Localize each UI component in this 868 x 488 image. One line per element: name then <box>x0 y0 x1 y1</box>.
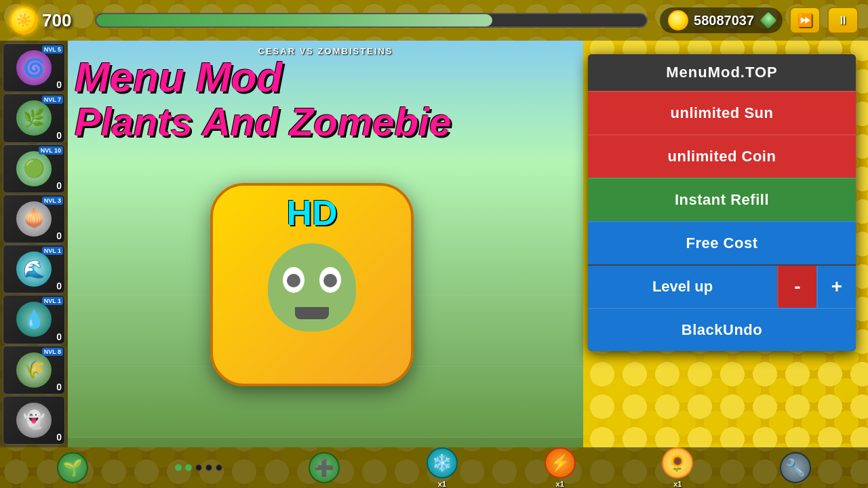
plant-level-5: NVL 1 <box>42 247 63 255</box>
plant-slot-3[interactable]: NVL 10 🟢 0 <box>3 144 65 193</box>
lightning-x1: x1 <box>556 480 564 488</box>
boost-icon[interactable]: ➕ <box>309 452 340 483</box>
plant-slot-2[interactable]: NVL 7 🌿 0 <box>3 94 65 142</box>
plant-level-6: NVL 1 <box>42 297 63 305</box>
plant-sidebar: NVL 5 🌀 0 NVL 7 🌿 0 NVL 10 🟢 0 NVL 3 🧅 0… <box>0 41 68 447</box>
coin-magnet-icon[interactable]: 🌻 <box>662 447 693 479</box>
freeze-x1: x1 <box>438 480 446 488</box>
main-title: Menu Mod Plants And Zomebie <box>75 54 451 144</box>
plant-count-2: 0 <box>56 130 62 141</box>
unlimited-coin-button[interactable]: unlimited Coin <box>588 134 856 178</box>
unlimited-sun-button[interactable]: unlimited Sun <box>588 91 856 134</box>
plant-count-3: 0 <box>56 180 62 191</box>
lightning-icon[interactable]: ⚡ <box>545 447 576 479</box>
plant-count-6: 0 <box>56 331 62 342</box>
plant-count-1: 0 <box>56 79 62 90</box>
seed-dots <box>175 464 222 471</box>
sun-count: 700 <box>42 10 83 31</box>
top-hud: ☀️ 700 58087037 ⏩ ⏸ <box>0 0 868 41</box>
plant-icon-7: 🌾 <box>16 352 52 388</box>
plant-icon-6: 💧 <box>16 302 52 337</box>
progress-bar <box>95 13 648 28</box>
pause-button[interactable]: ⏸ <box>827 7 859 34</box>
plant-icon-4: 🧅 <box>16 201 52 237</box>
plant-count-5: 0 <box>56 281 62 291</box>
zombie-eye-left <box>283 267 304 293</box>
plant-level-1: NVL 5 <box>42 45 63 54</box>
plant-level-2: NVL 7 <box>42 96 63 104</box>
seed-bank-icon[interactable]: 🌱 <box>57 452 88 483</box>
plant-slot-8[interactable]: 👻 0 <box>3 396 65 445</box>
plant-icon-5: 🌊 <box>16 251 52 287</box>
freeze-badge: ❄️ x1 <box>427 447 458 488</box>
plant-slot-4[interactable]: NVL 3 🧅 0 <box>3 195 65 243</box>
plant-slot-7[interactable]: NVL 8 🌾 0 <box>3 346 65 394</box>
black-undo-button[interactable]: BlackUndo <box>588 308 856 351</box>
coin-magnet-badge: 🌻 x1 <box>662 447 693 488</box>
coin-area: 58087037 <box>660 7 783 33</box>
zombie-face <box>268 243 356 331</box>
level-up-label: Level up <box>588 266 777 308</box>
coin-icon <box>668 10 688 30</box>
gem-icon <box>760 12 776 28</box>
mod-menu: MenuMod.TOP unlimited Sun unlimited Coin… <box>588 54 856 351</box>
sun-area: ☀️ 700 <box>9 6 83 35</box>
dot-2 <box>185 464 192 471</box>
progress-fill <box>96 14 492 26</box>
plant-slot-5[interactable]: NVL 1 🌊 0 <box>3 245 65 293</box>
zombie-eye-right <box>319 267 341 293</box>
fast-forward-button[interactable]: ⏩ <box>789 7 821 34</box>
zombie-mouth <box>295 307 329 319</box>
hd-badge: HD <box>286 192 337 233</box>
free-cost-button[interactable]: Free Cost <box>588 221 856 264</box>
bottom-bar: 🌱 ➕ ❄️ x1 ⚡ x1 🌻 x1 🔧 <box>0 447 868 488</box>
level-minus-button[interactable]: - <box>777 266 816 308</box>
plant-count-4: 0 <box>56 230 62 241</box>
dot-5 <box>216 464 222 471</box>
level-plus-button[interactable]: + <box>816 266 856 308</box>
dot-4 <box>205 464 212 471</box>
level-row: Level up - + <box>588 264 856 308</box>
title-line1: Menu Mod <box>75 54 451 100</box>
lightning-badge: ⚡ x1 <box>545 447 576 488</box>
hd-game-icon: HD <box>210 183 414 386</box>
plant-icon-2: 🌿 <box>16 100 52 136</box>
dot-3 <box>195 464 202 471</box>
plant-icon-3: 🟢 <box>16 151 52 186</box>
mod-menu-header: MenuMod.TOP <box>588 54 856 91</box>
plant-level-4: NVL 3 <box>42 197 63 205</box>
plant-slot-1[interactable]: NVL 5 🌀 0 <box>3 43 65 92</box>
coin-count: 58087037 <box>694 13 754 28</box>
title-line2: Plants And Zomebie <box>75 100 451 144</box>
plant-icon-1: 🌀 <box>16 50 52 85</box>
plant-slot-6[interactable]: NVL 1 💧 0 <box>3 295 65 344</box>
plant-level-7: NVL 8 <box>42 348 63 356</box>
magnet-x1: x1 <box>673 480 682 488</box>
plant-count-7: 0 <box>56 382 62 392</box>
plant-count-8: 0 <box>56 432 62 443</box>
dot-1 <box>175 464 182 471</box>
freeze-icon[interactable]: ❄️ <box>427 447 458 479</box>
instant-refill-button[interactable]: Instant Refill <box>588 178 856 221</box>
sun-icon: ☀️ <box>9 6 38 35</box>
zombie-pupil-left <box>287 274 300 287</box>
zombie-pupil-right <box>323 274 337 287</box>
settings-icon[interactable]: 🔧 <box>780 452 811 483</box>
plant-level-3: NVL 10 <box>39 146 63 155</box>
plant-icon-8: 👻 <box>16 403 52 438</box>
